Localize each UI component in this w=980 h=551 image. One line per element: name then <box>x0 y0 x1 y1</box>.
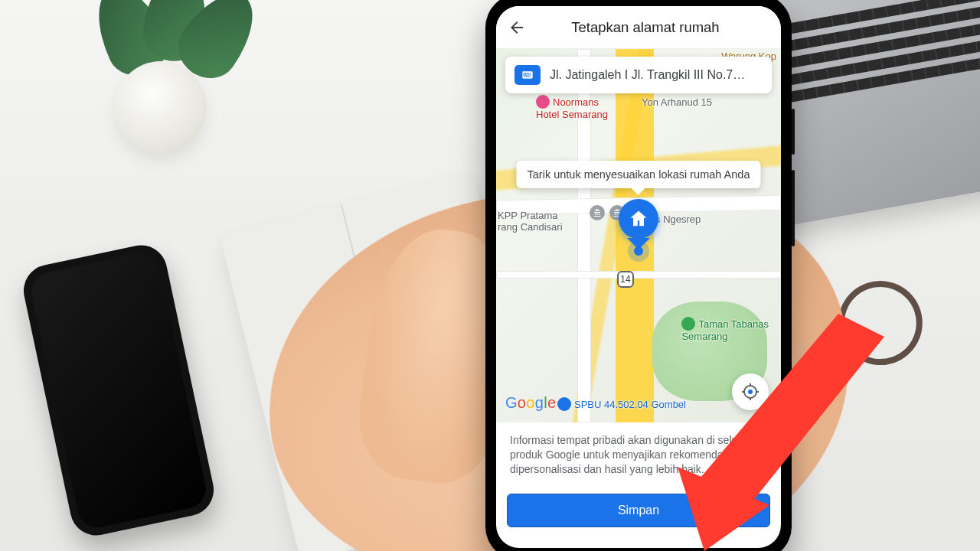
save-button-label: Simpan <box>618 504 659 517</box>
svg-point-0 <box>748 390 753 394</box>
address-text: Jl. Jatingaleh I Jl. Trangkil III No.7… <box>550 68 763 82</box>
poi-taman: Taman Tabanas Semarang <box>681 317 769 342</box>
info-sheet: Informasi tempat pribadi akan digunakan … <box>496 422 781 486</box>
address-input-card[interactable]: Jl. Jatingaleh I Jl. Trangkil III No.7… <box>505 57 772 93</box>
phone-screen: Tetapkan alamat rumah Warung Kop Noorman… <box>496 6 781 548</box>
home-pin[interactable] <box>619 199 658 249</box>
my-location-button[interactable] <box>732 373 769 410</box>
phone-device: Tetapkan alamat rumah Warung Kop Noorman… <box>485 0 792 551</box>
save-button[interactable]: Simpan <box>507 494 770 527</box>
info-text: Informasi tempat pribadi akan digunakan … <box>510 433 767 477</box>
drag-tooltip: Tarik untuk menyesuaikan lokasi rumah An… <box>517 161 761 188</box>
poi-hotel: Noormans Hotel Semarang <box>536 95 608 120</box>
secondary-phone-prop <box>19 240 219 540</box>
plant-prop <box>69 0 253 153</box>
map-canvas[interactable]: Warung Kop Noormans Hotel Semarang Yon A… <box>496 49 781 422</box>
bank-pin-1 <box>590 205 605 220</box>
keyboard-icon <box>514 65 541 85</box>
crosshair-icon <box>741 383 760 401</box>
route-badge: 14 <box>617 271 634 288</box>
page-title: Tetapkan alamat rumah <box>521 19 770 36</box>
app-bar: Tetapkan alamat rumah <box>496 6 781 49</box>
poi-arhanud: Yon Arhanud 15 <box>642 96 712 108</box>
poi-spbu: SPBU 44.502.04 Gombel <box>557 397 686 411</box>
poi-kpp: KPP Pratama rang Candisari <box>498 210 563 233</box>
google-attribution: Google <box>505 394 556 412</box>
home-icon <box>628 208 649 230</box>
